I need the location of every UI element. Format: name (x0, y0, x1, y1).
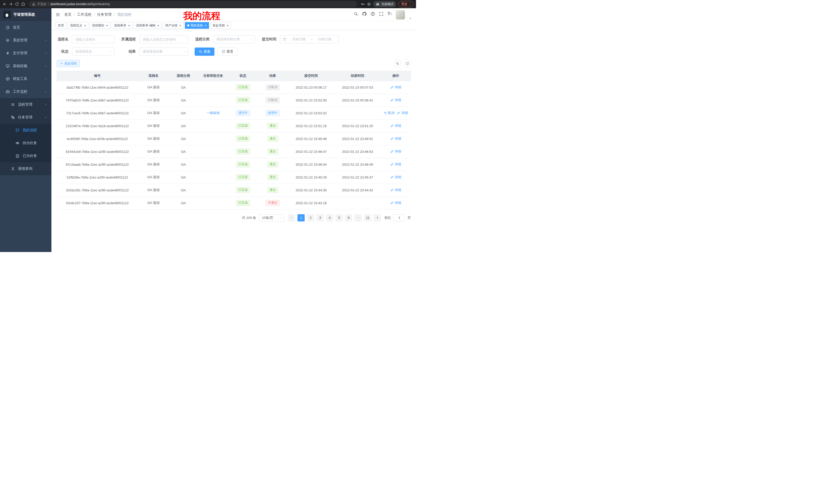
tab-label: 我的流程 (190, 23, 203, 28)
browser-reload-icon[interactable] (15, 2, 19, 6)
chevron-left-icon (290, 216, 293, 219)
page-size-select[interactable]: 10条/页 (259, 214, 284, 221)
browser-menu-icon[interactable] (408, 2, 412, 6)
update-button[interactable]: 更新 (398, 1, 413, 7)
more-pages-button[interactable] (355, 214, 362, 221)
cell-end-time (334, 107, 381, 119)
process-name-input[interactable] (72, 35, 114, 44)
detail-link[interactable]: 详情 (397, 111, 408, 115)
address-bar[interactable]: 不安全 dashboard.yudao.iocoder.cn/bpm/task/… (29, 1, 357, 7)
process-def-input[interactable] (139, 35, 188, 44)
sidebar-item[interactable]: 任务管理 (0, 111, 51, 124)
cell-actions: 详情 (381, 197, 411, 209)
detail-link[interactable]: 详情 (390, 188, 401, 192)
result-select[interactable]: 请选择流结果 (139, 48, 188, 56)
browser-home-icon[interactable] (21, 2, 25, 6)
detail-link[interactable]: 详情 (390, 149, 401, 154)
tab-label: 发起流程 (213, 23, 225, 28)
tab[interactable]: 流程表单× (111, 22, 132, 29)
close-icon[interactable]: × (106, 24, 108, 27)
tab[interactable]: 流程模型× (90, 22, 110, 29)
breadcrumb-item[interactable]: 工作流程 (77, 12, 92, 17)
detail-link[interactable]: 详情 (390, 201, 401, 205)
browser-forward-icon[interactable] (9, 2, 13, 6)
goto-page-input[interactable] (394, 214, 405, 221)
page-button[interactable]: 5 (336, 214, 343, 221)
sidebar-item[interactable]: 首页 (0, 21, 51, 34)
tab[interactable]: 首页 (55, 22, 66, 29)
logo[interactable]: 芋道管理系统 (0, 8, 51, 21)
status-badge: 进行中 (236, 110, 250, 116)
close-icon[interactable]: × (84, 24, 86, 27)
avatar-caret-icon[interactable] (409, 17, 412, 20)
detail-link[interactable]: 详情 (390, 98, 401, 103)
next-page-button[interactable] (373, 214, 381, 221)
page-button[interactable]: 2 (307, 214, 314, 221)
breadcrumb-item[interactable]: 任务管理 (97, 12, 111, 17)
url-host: dashboard.yudao.iocoder.cn (50, 2, 91, 6)
breadcrumb-item[interactable]: 首页 (64, 12, 72, 17)
toggle-search-button[interactable] (394, 60, 401, 67)
start-process-button[interactable]: 发起流程 (57, 60, 80, 67)
category-select[interactable]: 请选择流程分类 (213, 35, 255, 44)
detail-link[interactable]: 详情 (390, 175, 401, 179)
collapse-sidebar-icon[interactable] (55, 12, 60, 17)
cell-id: 03c6c157-7b9a-11ec-a290-acde48001122 (57, 197, 138, 209)
status-select[interactable]: 请选择状态 (72, 48, 114, 56)
sidebar-item[interactable]: 已办任务 (0, 149, 51, 162)
security-label[interactable]: 不安全 (37, 2, 47, 6)
sidebar-item[interactable]: 系统管理 (0, 34, 51, 47)
close-icon[interactable]: × (227, 24, 229, 27)
font-size-icon[interactable]: TT (387, 11, 392, 16)
refresh-table-button[interactable] (404, 60, 411, 67)
cancel-link[interactable]: 取消 (384, 111, 394, 115)
tab[interactable]: 流程表单-编辑× (134, 22, 162, 29)
sidebar-item[interactable]: 研发工具 (0, 73, 51, 85)
more-icon (357, 216, 360, 219)
help-icon[interactable] (370, 11, 375, 16)
page-button[interactable]: 4 (326, 214, 333, 221)
cell-status: 已完成 (228, 94, 257, 107)
current-task-link[interactable]: 一级审批 (206, 111, 220, 115)
search-icon[interactable] (354, 11, 358, 16)
url-text[interactable]: dashboard.yudao.iocoder.cn/bpm/task/my (50, 2, 110, 6)
sidebar-item[interactable]: 我的流程 (0, 124, 51, 137)
sidebar-item[interactable]: 工作流程 (0, 85, 51, 98)
password-key-icon[interactable] (361, 2, 365, 6)
sidebar-item[interactable]: 请假查询 (0, 162, 51, 175)
reset-button[interactable]: 重置 (217, 48, 237, 56)
close-icon[interactable]: × (128, 24, 130, 27)
detail-link[interactable]: 详情 (390, 123, 401, 128)
sidebar-item[interactable]: ¥支付管理 (0, 47, 51, 60)
page-button[interactable]: 11 (364, 214, 371, 221)
detail-link[interactable]: 详情 (390, 162, 401, 167)
close-icon[interactable]: × (205, 24, 207, 27)
page-button[interactable]: 3 (316, 214, 324, 221)
sidebar-item[interactable]: 流程管理 (0, 98, 51, 111)
sidebar-item[interactable]: 待办任务 (0, 137, 51, 149)
column-header: 提交时间 (288, 71, 335, 81)
status-placeholder: 请选择状态 (75, 49, 107, 54)
detail-link[interactable]: 详情 (390, 85, 401, 90)
result-label: 结果 (121, 49, 136, 54)
github-icon[interactable] (362, 11, 367, 16)
tab[interactable]: 用户分组× (163, 22, 184, 29)
cell-end-time: 2022-01-23 00:07:03 (334, 81, 381, 94)
submit-time-range[interactable]: 开始日期 - 结束日期 (280, 35, 339, 44)
browser-back-icon[interactable] (3, 2, 7, 6)
tab[interactable]: 我的流程× (185, 22, 209, 29)
sidebar-item[interactable]: 基础设施 (0, 60, 51, 73)
close-icon[interactable]: × (157, 24, 159, 27)
bookmark-star-icon[interactable] (367, 2, 371, 6)
avatar[interactable] (396, 10, 405, 20)
page-button[interactable]: 6 (345, 214, 352, 221)
cell-status: 已完成 (228, 184, 257, 197)
detail-link[interactable]: 详情 (390, 136, 401, 141)
search-button[interactable]: 搜索 (194, 48, 214, 56)
tab[interactable]: 发起流程× (210, 22, 231, 29)
fullscreen-icon[interactable] (379, 11, 384, 16)
close-icon[interactable]: × (179, 24, 181, 27)
prev-page-button[interactable] (288, 214, 295, 221)
page-button[interactable]: 1 (297, 214, 305, 221)
tab[interactable]: 流程定义× (68, 22, 88, 29)
